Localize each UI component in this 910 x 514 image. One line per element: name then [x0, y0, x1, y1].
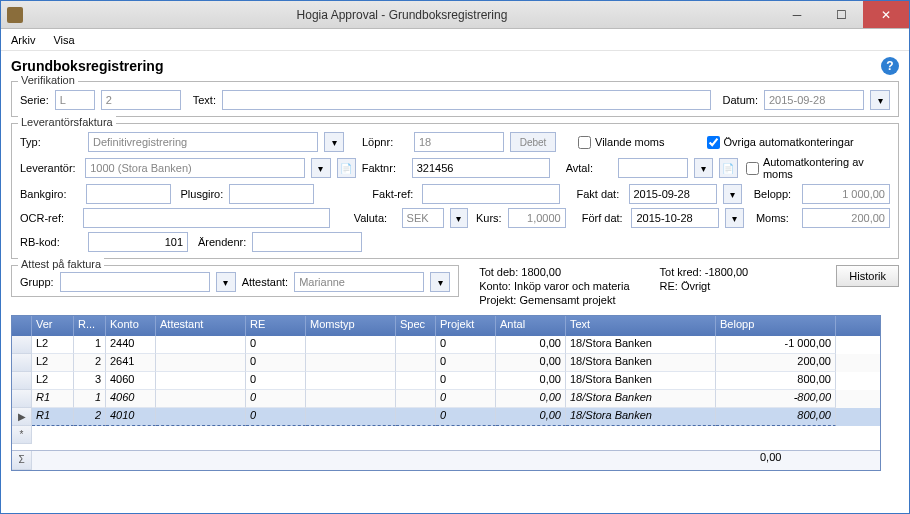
- col-ver[interactable]: Ver: [32, 316, 74, 336]
- minimize-button[interactable]: ─: [775, 1, 819, 28]
- avtal-info-icon[interactable]: 📄: [719, 158, 738, 178]
- table-row[interactable]: ▶R124010000,0018/Stora Banken800,00: [12, 408, 880, 426]
- avtal-label: Avtal:: [566, 162, 612, 174]
- attest-legend: Attest på faktura: [18, 258, 104, 270]
- faktref-label: Fakt-ref:: [372, 188, 416, 200]
- grid-header: Ver R... Konto Attestant RE Momstyp Spec…: [12, 316, 880, 336]
- faktdat-label: Fakt dat:: [576, 188, 622, 200]
- historik-button[interactable]: Historik: [836, 265, 899, 287]
- faktnr-label: Faktnr:: [362, 162, 406, 174]
- table-row[interactable]: L212440000,0018/Stora Banken-1 000,00: [12, 336, 880, 354]
- col-re[interactable]: RE: [246, 316, 306, 336]
- belopp-label: Belopp:: [754, 188, 796, 200]
- col-text[interactable]: Text: [566, 316, 716, 336]
- lopnr-label: Löpnr:: [362, 136, 408, 148]
- close-button[interactable]: ✕: [863, 1, 909, 28]
- plusgiro-label: Plusgiro:: [181, 188, 224, 200]
- leverantor-label: Leverantör:: [20, 162, 79, 174]
- bankgiro-label: Bankgiro:: [20, 188, 80, 200]
- table-row[interactable]: R114060000,0018/Stora Banken-800,00: [12, 390, 880, 408]
- typ-input[interactable]: [88, 132, 318, 152]
- moms-label: Moms:: [756, 212, 796, 224]
- rbkod-label: RB-kod:: [20, 236, 82, 248]
- valuta-dropdown-icon[interactable]: ▾: [450, 208, 468, 228]
- faktdat-input[interactable]: [629, 184, 717, 204]
- forfdat-dropdown-icon[interactable]: ▾: [725, 208, 743, 228]
- faktdat-dropdown-icon[interactable]: ▾: [723, 184, 742, 204]
- moms-input[interactable]: [802, 208, 890, 228]
- belopp-input[interactable]: [802, 184, 890, 204]
- table-row[interactable]: L222641000,0018/Stora Banken200,00: [12, 354, 880, 372]
- summary-re: RE: Övrigt: [660, 279, 749, 293]
- leverantor-input[interactable]: [85, 158, 305, 178]
- menu-arkiv[interactable]: Arkiv: [11, 34, 35, 46]
- window-title: Hogia Approval - Grundboksregistrering: [29, 8, 775, 22]
- summary-col1: Tot deb: 1800,00 Konto: Inköp varor och …: [479, 265, 629, 307]
- vilande-moms-checkbox[interactable]: Vilande moms: [578, 136, 665, 149]
- ocr-label: OCR-ref:: [20, 212, 77, 224]
- faktnr-input[interactable]: [412, 158, 550, 178]
- kurs-input[interactable]: [508, 208, 566, 228]
- grid-sum-row: Σ 0,00: [12, 450, 880, 470]
- arendenr-label: Ärendenr:: [198, 236, 246, 248]
- serie-label: Serie:: [20, 94, 49, 106]
- col-projekt[interactable]: Projekt: [436, 316, 496, 336]
- table-row[interactable]: L234060000,0018/Stora Banken800,00: [12, 372, 880, 390]
- maximize-button[interactable]: ☐: [819, 1, 863, 28]
- leverantor-dropdown-icon[interactable]: ▾: [311, 158, 330, 178]
- col-attestant[interactable]: Attestant: [156, 316, 246, 336]
- sum-belopp: 0,00: [760, 451, 880, 470]
- serie-nr-input[interactable]: [101, 90, 181, 110]
- bankgiro-input[interactable]: [86, 184, 171, 204]
- page-title: Grundboksregistrering: [11, 58, 163, 74]
- ovriga-auto-checkbox[interactable]: Övriga automatkonteringar: [707, 136, 854, 149]
- attestant-label: Attestant:: [242, 276, 288, 288]
- datum-dropdown-icon[interactable]: ▾: [870, 90, 890, 110]
- datum-input[interactable]: [764, 90, 864, 110]
- lev-legend: Leverantörsfaktura: [18, 116, 116, 128]
- col-belopp[interactable]: Belopp: [716, 316, 836, 336]
- avtal-input[interactable]: [618, 158, 688, 178]
- auto-moms-checkbox[interactable]: Automatkontering av moms: [746, 156, 890, 180]
- col-antal[interactable]: Antal: [496, 316, 566, 336]
- verifikation-group: Verifikation Serie: Text: Datum: ▾: [11, 81, 899, 117]
- col-spec[interactable]: Spec: [396, 316, 436, 336]
- typ-dropdown-icon[interactable]: ▾: [324, 132, 344, 152]
- serie-input[interactable]: [55, 90, 95, 110]
- app-icon: [7, 7, 23, 23]
- summary-projekt: Projekt: Gemensamt projekt: [479, 293, 629, 307]
- summary-totdeb: Tot deb: 1800,00: [479, 265, 629, 279]
- rbkod-input[interactable]: [88, 232, 188, 252]
- grupp-input[interactable]: [60, 272, 210, 292]
- grupp-label: Grupp:: [20, 276, 54, 288]
- window-titlebar: Hogia Approval - Grundboksregistrering ─…: [1, 1, 909, 29]
- avtal-dropdown-icon[interactable]: ▾: [694, 158, 713, 178]
- leverantor-info-icon[interactable]: 📄: [337, 158, 356, 178]
- faktref-input[interactable]: [422, 184, 560, 204]
- plusgiro-input[interactable]: [229, 184, 314, 204]
- ocr-input[interactable]: [83, 208, 330, 228]
- arendenr-input[interactable]: [252, 232, 362, 252]
- attestant-dropdown-icon[interactable]: ▾: [430, 272, 450, 292]
- menu-visa[interactable]: Visa: [53, 34, 74, 46]
- menubar: Arkiv Visa: [1, 29, 909, 51]
- valuta-input[interactable]: [402, 208, 444, 228]
- verifikation-legend: Verifikation: [18, 74, 78, 86]
- grid-body: L212440000,0018/Stora Banken-1 000,00L22…: [12, 336, 880, 426]
- col-r[interactable]: R...: [74, 316, 106, 336]
- debet-button[interactable]: Debet: [510, 132, 556, 152]
- forfdat-input[interactable]: [631, 208, 719, 228]
- attest-group: Attest på faktura Grupp: ▾ Attestant: ▾: [11, 265, 459, 297]
- grid-new-row[interactable]: *: [12, 426, 880, 444]
- datum-label: Datum:: [723, 94, 758, 106]
- col-momstyp[interactable]: Momstyp: [306, 316, 396, 336]
- help-icon[interactable]: ?: [881, 57, 899, 75]
- text-input[interactable]: [222, 90, 711, 110]
- grupp-dropdown-icon[interactable]: ▾: [216, 272, 236, 292]
- kurs-label: Kurs:: [476, 212, 502, 224]
- lopnr-input[interactable]: [414, 132, 504, 152]
- grid-row-selector-header: [12, 316, 32, 336]
- attestant-input[interactable]: [294, 272, 424, 292]
- sum-icon: Σ: [12, 451, 32, 470]
- col-konto[interactable]: Konto: [106, 316, 156, 336]
